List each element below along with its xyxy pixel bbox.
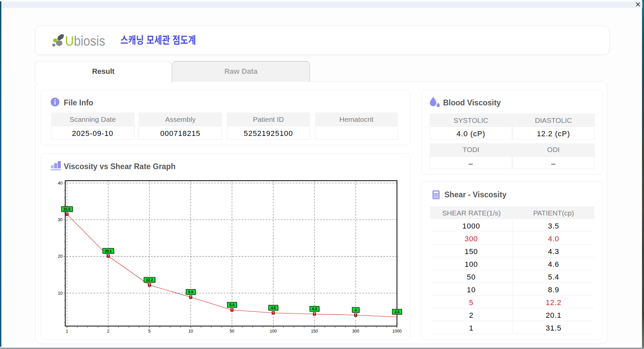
- svg-text:10: 10: [189, 329, 193, 334]
- svg-text:8.9: 8.9: [188, 290, 193, 294]
- svg-text:2: 2: [107, 329, 109, 334]
- svg-text:12.2: 12.2: [146, 278, 153, 282]
- svg-text:4.6: 4.6: [271, 306, 276, 310]
- svg-text:300: 300: [352, 329, 359, 334]
- svg-text:5: 5: [148, 329, 151, 334]
- svg-text:20: 20: [58, 254, 63, 259]
- svg-text:4: 4: [355, 308, 357, 312]
- svg-text:100: 100: [270, 329, 277, 334]
- svg-text:1000: 1000: [392, 329, 402, 334]
- svg-text:30: 30: [58, 217, 63, 222]
- svg-text:40: 40: [58, 181, 63, 186]
- svg-text:10: 10: [58, 291, 63, 296]
- svg-text:31.5: 31.5: [63, 207, 70, 211]
- svg-text:1: 1: [66, 329, 68, 334]
- svg-text:50: 50: [230, 329, 234, 334]
- svg-text:4.3: 4.3: [312, 307, 317, 311]
- svg-text:3.5: 3.5: [394, 310, 399, 314]
- svg-text:150: 150: [311, 329, 318, 334]
- svg-text:5.4: 5.4: [229, 303, 234, 307]
- svg-text:20.1: 20.1: [105, 249, 112, 253]
